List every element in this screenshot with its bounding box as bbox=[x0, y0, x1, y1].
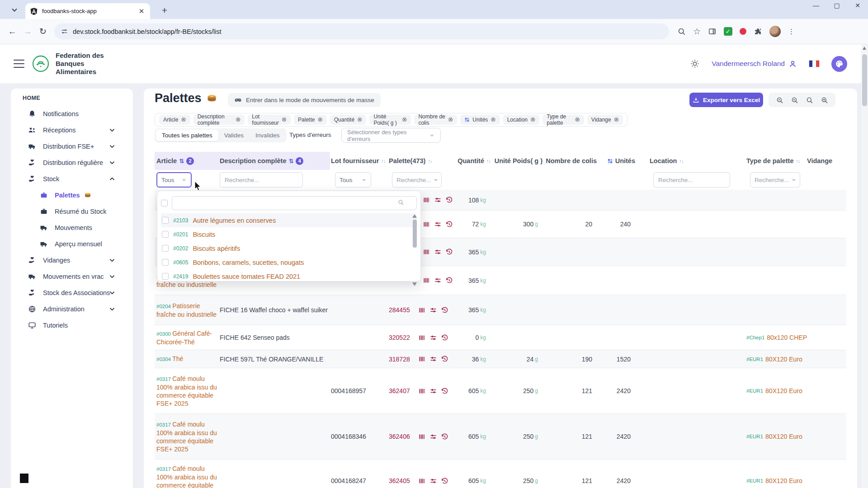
reload-button[interactable]: ↻ bbox=[35, 26, 51, 37]
remove-chip-icon[interactable]: ⊗ bbox=[357, 117, 362, 123]
sidebar-item-r-ceptions[interactable]: Réceptions bbox=[11, 122, 133, 138]
hamburger-menu-icon[interactable] bbox=[14, 60, 24, 68]
dropdown-option[interactable]: #2419Boulettes sauce tomates FEAD 2021 bbox=[161, 269, 417, 283]
dropdown-option[interactable]: #0202Biscuits apéritifs bbox=[161, 241, 417, 255]
zoom-page-icon[interactable] bbox=[677, 27, 686, 36]
lot-filter-select[interactable]: Tous bbox=[335, 172, 371, 188]
column-header-lot-fournisseur[interactable]: Lot fournisseur↑↓ bbox=[330, 152, 389, 170]
barcode-icon[interactable] bbox=[418, 477, 426, 485]
dropdown-scrollbar[interactable] bbox=[412, 213, 418, 283]
barcode-icon[interactable] bbox=[423, 221, 430, 228]
sidebar-item-administration[interactable]: Administration bbox=[11, 301, 133, 317]
column-header-palette-473-[interactable]: Palette(473)↑↓ bbox=[389, 152, 452, 170]
scroll-down-icon[interactable] bbox=[412, 282, 417, 286]
article-code-link[interactable]: #0317 bbox=[156, 466, 172, 472]
type-name-link[interactable]: 80X120 Euro bbox=[765, 387, 802, 395]
adjustments-icon[interactable] bbox=[434, 277, 442, 284]
palette-number-link[interactable]: 362406 bbox=[389, 432, 410, 441]
filter-chip[interactable]: Palette⊗ bbox=[294, 115, 327, 125]
location-search-input[interactable] bbox=[653, 172, 730, 188]
sidebar-item-palettes[interactable]: Palettes bbox=[11, 187, 133, 203]
sidebar-item-stock[interactable]: Stock bbox=[11, 171, 133, 187]
option-checkbox[interactable] bbox=[162, 245, 169, 252]
filter-chip[interactable]: Nombre de colis⊗ bbox=[414, 115, 457, 125]
adjustments-icon[interactable] bbox=[434, 248, 442, 256]
sidebar-item-r-sum-du-stock[interactable]: Résumé du Stock bbox=[11, 203, 133, 220]
column-header-type-de-palette[interactable]: Type de palette↑↓ bbox=[732, 152, 807, 170]
barcode-icon[interactable] bbox=[418, 355, 426, 363]
export-excel-button[interactable]: Exporter vers Excel bbox=[689, 93, 763, 107]
side-panel-icon[interactable] bbox=[708, 27, 717, 36]
table-row[interactable]: #0300 Général Café-Chicorée-ThéFICHE 642… bbox=[155, 325, 846, 350]
dropdown-option[interactable]: #2103Autre légumes en conserves bbox=[161, 213, 417, 227]
scrollbar-thumb[interactable] bbox=[862, 54, 867, 106]
option-checkbox[interactable] bbox=[162, 231, 169, 238]
user-menu[interactable]: Vandermeersch Roland bbox=[712, 60, 797, 68]
chevron-down-icon[interactable] bbox=[108, 142, 116, 150]
remove-chip-icon[interactable]: ⊗ bbox=[530, 117, 535, 123]
window-maximize-button[interactable]: ▢ bbox=[833, 2, 841, 9]
sidebar-item-distribution-fse-[interactable]: Distribution FSE+ bbox=[11, 138, 133, 155]
sidebar-item-notifications[interactable]: Notifications bbox=[11, 106, 133, 122]
column-header-vidange[interactable]: Vidange bbox=[807, 152, 835, 170]
chevron-up-icon[interactable] bbox=[108, 175, 116, 183]
palette-number-link[interactable]: 284455 bbox=[389, 306, 410, 314]
adjustments-icon[interactable] bbox=[434, 221, 442, 228]
filter-chip[interactable]: Lot fournisseur⊗ bbox=[248, 115, 291, 125]
chevron-down-icon[interactable] bbox=[108, 256, 116, 264]
sidebar-item-stock-des-associations[interactable]: Stock des Associations bbox=[11, 285, 133, 301]
filter-chip[interactable]: Article⊗ bbox=[159, 115, 190, 125]
palette-number-link[interactable]: 362405 bbox=[389, 477, 410, 485]
type-filter-combo[interactable]: Recherche... bbox=[750, 172, 800, 188]
barcode-icon[interactable] bbox=[423, 277, 430, 284]
description-search-input[interactable] bbox=[220, 172, 303, 188]
article-name-link[interactable]: Thé bbox=[172, 355, 183, 362]
dropdown-option[interactable]: #0201Biscuits bbox=[161, 227, 417, 241]
column-header-nombre-de-colis[interactable]: Nombre de colis bbox=[542, 152, 597, 170]
palette-number-link[interactable]: 320522 bbox=[389, 333, 410, 342]
filter-chip[interactable]: Description complète⊗ bbox=[193, 115, 245, 125]
extension-record-icon[interactable] bbox=[740, 28, 746, 35]
adjustments-icon[interactable] bbox=[429, 387, 437, 395]
window-close-button[interactable]: ✕ bbox=[854, 2, 862, 9]
sidebar-item-aper-u-mensuel[interactable]: Aperçu mensuel bbox=[11, 236, 133, 252]
barcode-icon[interactable] bbox=[423, 196, 430, 204]
back-button[interactable]: ← bbox=[5, 27, 20, 37]
column-header-location[interactable]: Location↑↓ bbox=[635, 152, 732, 170]
remove-chip-icon[interactable]: ⊗ bbox=[181, 117, 186, 123]
table-row[interactable]: #0317 Café moulu 100% arabica issu du co… bbox=[155, 460, 846, 488]
theme-palette-button[interactable] bbox=[831, 56, 847, 72]
extensions-puzzle-icon[interactable] bbox=[754, 27, 762, 36]
barcode-icon[interactable] bbox=[423, 248, 430, 256]
browser-tab[interactable]: foodbanks-stock-app ✕ bbox=[25, 3, 150, 19]
chevron-down-icon[interactable] bbox=[108, 272, 116, 281]
error-types-select[interactable]: Sélectionner des types d'erreurs bbox=[341, 128, 441, 143]
column-header-unit-s[interactable]: Unités bbox=[597, 152, 635, 170]
palette-number-link[interactable]: 318728 bbox=[389, 355, 410, 363]
tab-toutes-les-palettes[interactable]: Toutes les palettes bbox=[156, 130, 218, 141]
scroll-up-icon[interactable] bbox=[412, 214, 417, 218]
tab-valides[interactable]: Valides bbox=[218, 130, 250, 141]
select-all-checkbox[interactable] bbox=[161, 200, 168, 206]
remove-chip-icon[interactable]: ⊗ bbox=[575, 117, 580, 123]
remove-chip-icon[interactable]: ⊗ bbox=[236, 117, 241, 123]
chevron-down-icon[interactable] bbox=[108, 126, 116, 134]
adjustments-icon[interactable] bbox=[429, 306, 437, 314]
adjustments-icon[interactable] bbox=[434, 196, 442, 204]
barcode-icon[interactable] bbox=[418, 433, 426, 441]
type-name-link[interactable]: 80X120 Euro bbox=[765, 355, 802, 363]
history-icon[interactable] bbox=[441, 433, 448, 441]
remove-chip-icon[interactable]: ⊗ bbox=[614, 117, 619, 123]
filter-chip[interactable]: Vidange⊗ bbox=[587, 115, 623, 125]
barcode-icon[interactable] bbox=[418, 306, 426, 314]
column-header-description-compl-te[interactable]: Description complète⇅4 bbox=[220, 152, 330, 170]
profile-avatar[interactable] bbox=[769, 26, 781, 37]
browser-menu-icon[interactable]: ⋮ bbox=[788, 28, 795, 36]
forward-button[interactable]: → bbox=[20, 27, 35, 37]
remove-chip-icon[interactable]: ⊗ bbox=[448, 117, 453, 123]
new-tab-button[interactable]: + bbox=[158, 5, 171, 17]
table-row[interactable]: #0317 Café moulu 100% arabica issu du co… bbox=[155, 368, 846, 414]
sidebar-item-distribution-r-guli-re[interactable]: Distribution régulière bbox=[11, 155, 133, 171]
remove-chip-icon[interactable]: ⊗ bbox=[402, 117, 407, 123]
table-row[interactable]: #0304 ThéFICHE 597L Thé ORANGE/VANILLE31… bbox=[155, 350, 846, 368]
